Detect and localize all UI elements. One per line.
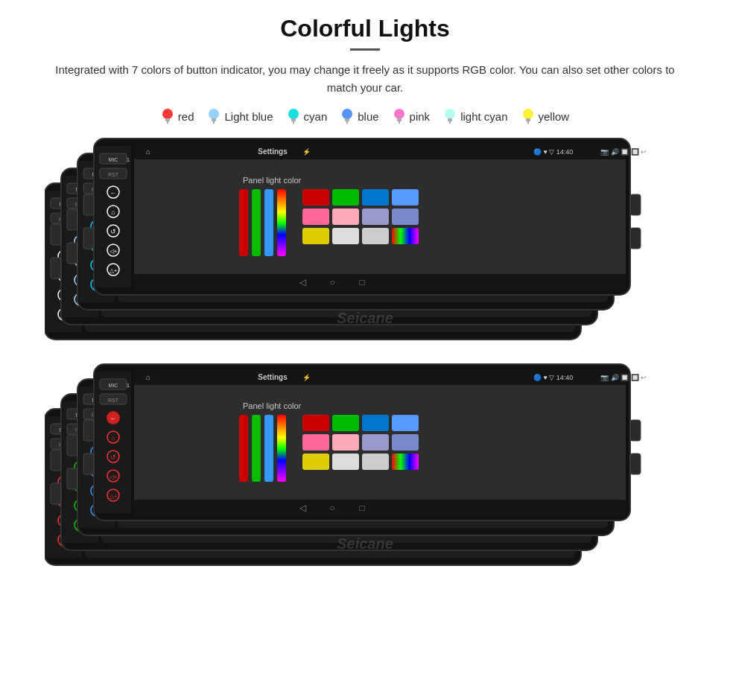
svg-rect-128 <box>392 209 419 225</box>
svg-rect-133 <box>134 274 626 290</box>
bulb-icon-blue <box>340 107 354 125</box>
svg-rect-60 <box>51 258 61 279</box>
svg-rect-240 <box>392 415 419 431</box>
svg-rect-125 <box>302 209 329 225</box>
svg-rect-130 <box>332 228 359 244</box>
svg-rect-203 <box>95 372 131 513</box>
svg-rect-119 <box>264 189 273 256</box>
svg-point-9 <box>342 109 352 119</box>
color-label-red: red <box>161 107 194 125</box>
description: Integrated with 7 colors of button indic… <box>45 61 685 97</box>
svg-rect-237 <box>302 415 329 431</box>
svg-text:Panel light color: Panel light color <box>243 401 302 410</box>
svg-rect-219 <box>83 420 94 441</box>
color-label-pink: pink <box>393 107 431 125</box>
svg-rect-222 <box>630 454 641 474</box>
bottom-group-wrapper: Seicane MIC RST ← ⌂ ↺ ◁+ <box>45 363 685 582</box>
svg-point-6 <box>288 109 299 119</box>
svg-text:Settings: Settings <box>258 373 288 381</box>
svg-rect-103 <box>83 194 94 215</box>
svg-text:📷 🔊 🔲 🔲 ↩: 📷 🔊 🔲 🔲 ↩ <box>600 373 647 382</box>
svg-text:🔵 ♥ ▽  14:40: 🔵 ♥ ▽ 14:40 <box>533 147 573 156</box>
svg-rect-221 <box>630 420 641 441</box>
svg-text:⌂: ⌂ <box>146 147 150 156</box>
svg-rect-105 <box>630 194 641 215</box>
color-label-yellow: yellow <box>521 107 570 125</box>
svg-rect-81 <box>67 209 77 230</box>
svg-text:○: ○ <box>329 277 334 287</box>
svg-rect-131 <box>362 228 389 244</box>
svg-text:⌂: ⌂ <box>111 209 115 216</box>
svg-text:◁: ◁ <box>299 503 307 513</box>
bottom-group-svg: MIC RST ← ⌂ ↺ ◁+ △+ <box>45 363 685 579</box>
svg-rect-4 <box>212 118 216 121</box>
title-divider <box>350 48 380 51</box>
svg-rect-126 <box>332 209 359 225</box>
svg-text:□: □ <box>359 277 364 287</box>
svg-text:△+: △+ <box>110 267 118 274</box>
svg-text:□: □ <box>359 503 364 513</box>
svg-text:◁+: ◁+ <box>110 474 118 480</box>
svg-rect-246 <box>332 454 359 470</box>
svg-rect-176 <box>51 483 61 504</box>
svg-rect-242 <box>332 434 359 451</box>
svg-rect-243 <box>362 434 389 451</box>
groups-container: Seicane MIC RST ← ⌂ <box>22 137 708 582</box>
svg-text:↺: ↺ <box>110 228 116 235</box>
svg-text:🔵 ♥ ▽  14:40: 🔵 ♥ ▽ 14:40 <box>533 373 573 382</box>
svg-rect-122 <box>332 189 359 206</box>
svg-text:⚡: ⚡ <box>302 373 311 382</box>
svg-point-0 <box>162 109 173 119</box>
svg-text:MIC: MIC <box>109 157 118 162</box>
page-container: Colorful Lights Integrated with 7 colors… <box>0 0 730 700</box>
svg-rect-234 <box>252 415 261 482</box>
svg-rect-120 <box>277 189 286 256</box>
svg-text:⌂: ⌂ <box>146 373 150 381</box>
svg-rect-10 <box>345 118 349 121</box>
svg-rect-19 <box>526 118 530 121</box>
svg-text:📷 🔊 🔲 🔲 ↩: 📷 🔊 🔲 🔲 ↩ <box>600 147 647 156</box>
svg-rect-236 <box>277 415 286 482</box>
color-label-lightblue-text: Light blue <box>224 110 273 123</box>
svg-rect-121 <box>302 189 329 206</box>
color-label-blue: blue <box>340 107 378 125</box>
bulb-icon-lightblue <box>207 107 220 125</box>
svg-text:⚡: ⚡ <box>302 147 311 156</box>
svg-text:Panel light color: Panel light color <box>243 176 302 185</box>
color-label-blue-text: blue <box>358 110 378 123</box>
svg-rect-106 <box>630 228 641 249</box>
svg-rect-175 <box>51 450 61 471</box>
svg-rect-239 <box>362 415 389 431</box>
svg-text:MIC: MIC <box>109 383 118 388</box>
svg-rect-82 <box>67 243 77 264</box>
color-label-pink-text: pink <box>410 110 431 123</box>
svg-text:←: ← <box>110 415 117 422</box>
svg-rect-1 <box>165 118 170 121</box>
svg-rect-132 <box>392 228 419 244</box>
bulb-icon-red <box>161 107 174 125</box>
page-title: Colorful Lights <box>280 15 450 42</box>
bulb-icon-pink <box>393 107 406 125</box>
color-label-cyan: cyan <box>287 107 328 125</box>
svg-point-18 <box>523 109 533 119</box>
bulb-icon-lightcyan <box>443 107 457 125</box>
svg-rect-197 <box>67 435 77 456</box>
color-label-yellow-text: yellow <box>539 110 570 123</box>
svg-text:◁+: ◁+ <box>110 248 118 255</box>
svg-rect-220 <box>83 454 94 474</box>
top-group-svg: MIC RST ← ⌂ ↺ ◁+ △+ <box>45 137 685 353</box>
svg-rect-245 <box>302 454 329 470</box>
svg-text:⌂: ⌂ <box>111 434 115 442</box>
svg-rect-124 <box>392 189 419 206</box>
svg-rect-235 <box>264 415 273 482</box>
svg-text:1: 1 <box>127 156 130 163</box>
color-label-lightblue: Light blue <box>207 107 273 125</box>
svg-text:◁: ◁ <box>299 277 307 287</box>
svg-rect-87 <box>95 146 131 287</box>
svg-rect-16 <box>448 118 452 121</box>
svg-text:RST: RST <box>108 172 119 177</box>
svg-rect-233 <box>239 415 248 482</box>
svg-rect-129 <box>302 228 329 244</box>
svg-text:RST: RST <box>108 398 119 403</box>
bulb-icon-cyan <box>287 107 300 125</box>
